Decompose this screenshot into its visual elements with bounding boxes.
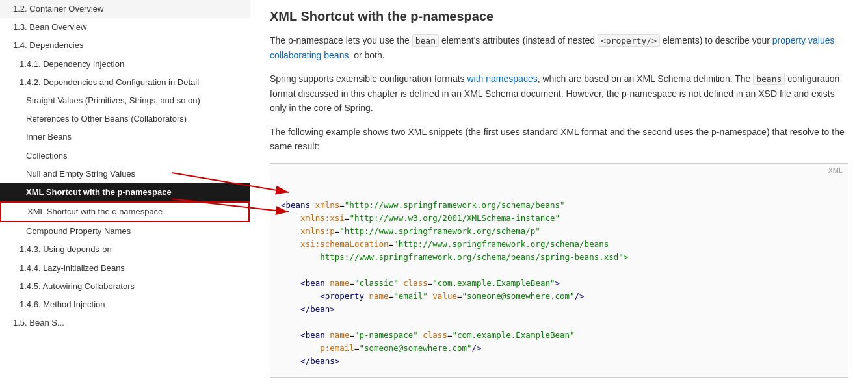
code-label: XML: [828, 166, 843, 174]
main-content: XML Shortcut with the p-namespace The p-…: [250, 0, 868, 384]
sidebar-item-item-1-4-6[interactable]: 1.4.6. Method Injection: [0, 296, 250, 314]
inline-code-beans: beans: [753, 73, 785, 85]
sidebar-item-item-xml-c[interactable]: XML Shortcut with the c-namespace: [0, 201, 250, 222]
para3: The following example shows two XML snip…: [270, 125, 848, 154]
page-title: XML Shortcut with the p-namespace: [270, 9, 848, 24]
sidebar-item-item-1-4-5[interactable]: 1.4.5. Autowiring Collaborators: [0, 277, 250, 296]
sidebar: 1.2. Container Overview1.3. Bean Overvie…: [0, 0, 250, 384]
link-property-values[interactable]: property values collaborating beans: [270, 35, 834, 60]
inline-code-property: <property/>: [598, 34, 660, 47]
inline-code-bean: bean: [412, 34, 439, 47]
sidebar-item-item-refs[interactable]: References to Other Beans (Collaborators…: [0, 110, 250, 128]
para1: The p-namespace lets you use the bean el…: [270, 33, 848, 62]
sidebar-item-item-1-4[interactable]: 1.4. Dependencies: [0, 36, 250, 55]
sidebar-item-item-inner[interactable]: Inner Beans: [0, 128, 250, 146]
sidebar-item-item-1-5[interactable]: 1.5. Bean S...: [0, 314, 250, 332]
para2: Spring supports extensible configuration…: [270, 71, 848, 116]
sidebar-item-item-null[interactable]: Null and Empty String Values: [0, 165, 250, 183]
sidebar-item-item-1-4-3[interactable]: 1.4.3. Using depends-on: [0, 240, 250, 259]
link-namespaces[interactable]: with namespaces: [467, 73, 538, 84]
sidebar-item-item-xml-p[interactable]: XML Shortcut with the p-namespace: [0, 183, 250, 201]
sidebar-item-item-compound[interactable]: Compound Property Names: [0, 222, 250, 240]
code-content: <beans xmlns="http://www.springframework…: [270, 164, 848, 377]
sidebar-nav: 1.2. Container Overview1.3. Bean Overvie…: [0, 0, 250, 332]
sidebar-item-item-1-2[interactable]: 1.2. Container Overview: [0, 0, 250, 18]
sidebar-item-item-1-3[interactable]: 1.3. Bean Overview: [0, 18, 250, 36]
sidebar-item-item-straight[interactable]: Straight Values (Primitives, Strings, an…: [0, 92, 250, 110]
sidebar-item-item-1-4-2[interactable]: 1.4.2. Dependencies and Configuration in…: [0, 73, 250, 92]
sidebar-item-item-collections[interactable]: Collections: [0, 147, 250, 165]
sidebar-item-item-1-4-4[interactable]: 1.4.4. Lazy-initialized Beans: [0, 259, 250, 277]
code-block: XML <beans xmlns="http://www.springframe…: [270, 163, 848, 378]
sidebar-item-item-1-4-1[interactable]: 1.4.1. Dependency Injection: [0, 55, 250, 73]
